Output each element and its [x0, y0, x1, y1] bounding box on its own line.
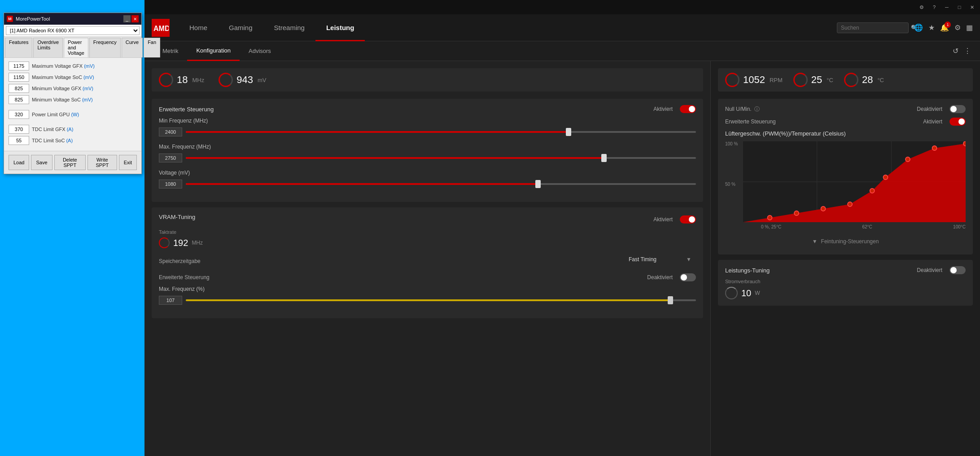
mpt-input-max-voltage-soc[interactable]	[9, 73, 29, 82]
max-freq-track[interactable]	[186, 157, 696, 159]
min-freq-track[interactable]	[186, 131, 696, 133]
mpt-tab-curve[interactable]: Curve	[122, 38, 143, 57]
mpt-gpu-select[interactable]: [1] AMD Radeon RX 6900 XT	[6, 26, 140, 35]
mpt-tab-overdrive[interactable]: Overdrive Limits	[33, 38, 63, 57]
close-icon[interactable]: ✕	[967, 3, 976, 12]
mpt-tab-frequency[interactable]: Frequency	[89, 38, 121, 57]
max-freq-value[interactable]: 2750	[159, 153, 182, 162]
mpt-titlebar: M MorePowerTool _ ✕	[4, 13, 141, 25]
help-icon[interactable]: ?	[930, 3, 939, 12]
leistungs-section: Leistungs-Tuning Deaktiviert Stromverbra…	[718, 260, 973, 306]
vram-erweiterte-toggle[interactable]	[680, 273, 696, 281]
max-freq-slider-section: Max. Frequenz (MHz) 2750	[159, 144, 696, 162]
search-input[interactable]	[841, 25, 908, 31]
mpt-write-sppt-button[interactable]: Write SPPT	[88, 155, 117, 170]
vram-max-freq-value[interactable]: 107	[159, 296, 182, 305]
speicherzeitgabe-dropdown[interactable]: Fast Timing ▼	[624, 254, 696, 265]
strom-gauge	[725, 287, 738, 299]
mpt-input-tdc-soc[interactable]	[9, 136, 29, 145]
search-box[interactable]: 🔍	[837, 22, 909, 33]
vram-max-freq-label: Max. Frequenz (%)	[159, 286, 696, 292]
erweiterte-toggle[interactable]	[680, 105, 696, 113]
temp2-gauge	[844, 73, 858, 87]
sub-nav-konfiguration[interactable]: Konfiguration	[187, 41, 240, 61]
leistungs-title: Leistungs-Tuning	[725, 267, 770, 274]
temp1-unit: °C	[827, 77, 833, 83]
voltage-slider-label: Voltage (mV)	[159, 170, 696, 176]
mpt-exit-button[interactable]: Exit	[119, 155, 137, 170]
nav-item-leistung[interactable]: Leistung	[315, 14, 365, 41]
max-freq-slider-container: 2750	[159, 153, 696, 162]
vram-max-freq-thumb[interactable]	[668, 296, 673, 304]
svg-point-5	[768, 215, 772, 220]
refresh-icon[interactable]: ↺	[953, 47, 958, 55]
mpt-close-button[interactable]: ✕	[131, 15, 139, 22]
vram-erweiterte-label: Erweiterte Steuerung	[159, 274, 210, 281]
null-umin-toggle[interactable]	[949, 105, 966, 113]
mpt-content: Maximum Voltage GFX (mV) Maximum Voltage…	[4, 58, 141, 151]
minimize-icon[interactable]: ─	[942, 3, 951, 12]
vram-toggle[interactable]	[680, 215, 696, 224]
min-freq-thumb[interactable]	[566, 128, 571, 136]
stromverbrauch-display: 10 W	[725, 287, 966, 299]
y-label-100: 100 %	[725, 141, 743, 146]
bell-icon[interactable]: 🔔 1	[940, 23, 949, 32]
mpt-minimize-button[interactable]: _	[123, 15, 131, 22]
svg-point-11	[906, 157, 910, 162]
freq-gauge	[159, 73, 173, 87]
mpt-input-power-limit[interactable]	[9, 110, 29, 119]
sub-nav-left: Metrik Konfiguration Advisors	[153, 41, 280, 61]
mpt-tab-power[interactable]: Power and Voltage	[64, 38, 88, 57]
svg-point-8	[848, 202, 852, 206]
min-freq-value[interactable]: 2400	[159, 127, 182, 136]
gear-icon[interactable]: ⚙	[954, 23, 961, 32]
mpt-load-button[interactable]: Load	[9, 155, 29, 170]
mpt-gpu-select-bar: [1] AMD Radeon RX 6900 XT	[4, 25, 141, 37]
rpm-value: 1052	[743, 74, 765, 86]
mpt-tab-features[interactable]: Features	[5, 38, 32, 57]
mpt-input-min-voltage-gfx[interactable]	[9, 84, 29, 93]
max-freq-thumb[interactable]	[601, 154, 607, 162]
globe-icon[interactable]: 🌐	[914, 23, 923, 32]
chart-area[interactable]	[743, 141, 966, 222]
more-icon[interactable]: ⋮	[964, 47, 971, 55]
mpt-input-tdc-gfx[interactable]	[9, 125, 29, 134]
mpt-delete-sppt-button[interactable]: Delete SPPT	[54, 155, 86, 170]
stat-temp2: 28 °C	[844, 73, 884, 87]
stromverbrauch-label: Stromverbrauch	[725, 279, 966, 284]
svg-point-13	[963, 141, 966, 146]
nav-item-gaming[interactable]: Gaming	[218, 14, 263, 41]
stat-voltage: 943 mV	[219, 73, 266, 87]
erweiterte-title: Erweiterte Steuerung	[159, 106, 214, 113]
nav-item-streaming[interactable]: Streaming	[263, 14, 315, 41]
voltage-slider-thumb[interactable]	[535, 180, 541, 188]
vram-max-freq-track[interactable]	[186, 299, 696, 301]
null-umin-help-icon[interactable]: ⓘ	[754, 105, 760, 113]
svg-marker-4	[743, 144, 966, 222]
fan-erweiterte-row: Erweiterte Steuerung Aktiviert	[725, 118, 966, 126]
nav-items: Home Gaming Streaming Leistung	[179, 14, 837, 41]
mpt-label-max-voltage-gfx: Maximum Voltage GFX (mV)	[32, 63, 95, 69]
voltage-slider-track[interactable]	[186, 183, 696, 185]
nav-item-home[interactable]: Home	[179, 14, 218, 41]
voltage-slider-section: Voltage (mV) 1080	[159, 170, 696, 189]
fan-erweiterte-toggle[interactable]	[949, 118, 966, 126]
grid-icon[interactable]: ▦	[966, 23, 973, 32]
mpt-input-max-voltage-gfx[interactable]	[9, 61, 29, 70]
leistungs-toggle[interactable]	[949, 266, 966, 274]
star-icon[interactable]: ★	[928, 23, 935, 32]
mpt-field-tdc-gfx: TDC Limit GFX (A)	[9, 125, 137, 134]
sub-nav-advisors[interactable]: Advisors	[240, 41, 280, 61]
settings-icon[interactable]: ⚙	[917, 3, 926, 12]
mpt-save-button[interactable]: Save	[31, 155, 52, 170]
mpt-tab-fan[interactable]: Fan	[144, 38, 160, 57]
strom-unit: W	[755, 290, 760, 296]
vram-erweiterte-row: Erweiterte Steuerung Deaktiviert	[159, 273, 696, 281]
mpt-label-min-voltage-gfx: Minimum Voltage GFX (mV)	[32, 86, 93, 91]
feintuning-row[interactable]: ▼ Feintuning-Steuerungen	[725, 235, 966, 248]
mpt-input-min-voltage-soc[interactable]	[9, 95, 29, 104]
taktrate-gauge	[159, 237, 170, 248]
voltage-slider-value[interactable]: 1080	[159, 180, 182, 189]
maximize-icon[interactable]: □	[955, 3, 964, 12]
null-umin-status: Deaktiviert	[917, 106, 942, 112]
